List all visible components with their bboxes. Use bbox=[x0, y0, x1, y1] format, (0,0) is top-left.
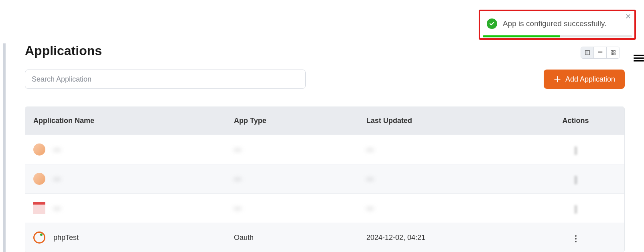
app-updated: — bbox=[366, 175, 535, 183]
table-row[interactable]: ——— bbox=[25, 135, 624, 164]
col-header-actions: Actions bbox=[535, 117, 616, 125]
row-actions-kebab-icon[interactable] bbox=[573, 174, 579, 186]
row-actions-kebab-icon[interactable] bbox=[573, 203, 579, 215]
app-icon bbox=[33, 202, 45, 214]
view-layout-button[interactable] bbox=[581, 47, 594, 58]
success-check-icon bbox=[487, 18, 497, 29]
page-title: Applications bbox=[25, 43, 625, 58]
svg-rect-0 bbox=[585, 51, 589, 55]
app-name: phpTest bbox=[53, 234, 79, 242]
view-list-button[interactable] bbox=[594, 47, 607, 58]
app-type: — bbox=[234, 175, 366, 183]
app-name: — bbox=[53, 204, 61, 213]
app-icon bbox=[33, 143, 45, 156]
app-type: Oauth bbox=[234, 234, 366, 242]
view-grid-button[interactable] bbox=[607, 47, 620, 58]
app-updated: — bbox=[366, 145, 535, 154]
toast-progress-bar bbox=[483, 35, 632, 37]
row-actions-kebab-icon[interactable] bbox=[573, 145, 579, 157]
toast-message: App is configured successfully. bbox=[503, 19, 606, 28]
col-header-updated: Last Updated bbox=[366, 117, 535, 125]
col-header-type: App Type bbox=[234, 117, 366, 125]
svg-rect-6 bbox=[614, 51, 615, 52]
svg-rect-5 bbox=[611, 51, 613, 52]
table-row[interactable]: ——— bbox=[25, 193, 624, 223]
search-input[interactable] bbox=[25, 70, 306, 89]
app-type: — bbox=[234, 145, 366, 154]
plus-icon bbox=[553, 75, 561, 83]
row-actions-kebab-icon[interactable] bbox=[573, 233, 579, 245]
svg-rect-8 bbox=[614, 53, 615, 55]
app-name: — bbox=[53, 175, 61, 183]
hamburger-menu-icon[interactable] bbox=[634, 55, 644, 61]
app-updated: — bbox=[366, 204, 535, 213]
table-row[interactable]: phpTestOauth2024-12-02, 04:21 bbox=[25, 223, 624, 252]
app-name: — bbox=[53, 145, 61, 154]
app-updated: 2024-12-02, 04:21 bbox=[366, 234, 535, 242]
toast-close-button[interactable]: ✕ bbox=[625, 12, 631, 21]
col-header-name: Application Name bbox=[33, 117, 234, 125]
table-row[interactable]: ——— bbox=[25, 164, 624, 193]
app-icon bbox=[33, 232, 45, 244]
toast-notification: App is configured successfully. ✕ bbox=[479, 10, 636, 40]
applications-table: Application Name App Type Last Updated A… bbox=[25, 107, 625, 252]
app-icon bbox=[33, 173, 45, 185]
app-type: — bbox=[234, 204, 366, 213]
add-application-button[interactable]: Add Application bbox=[544, 70, 625, 89]
svg-rect-7 bbox=[611, 53, 613, 55]
add-button-label: Add Application bbox=[565, 75, 615, 84]
view-toggle-group bbox=[581, 47, 620, 59]
